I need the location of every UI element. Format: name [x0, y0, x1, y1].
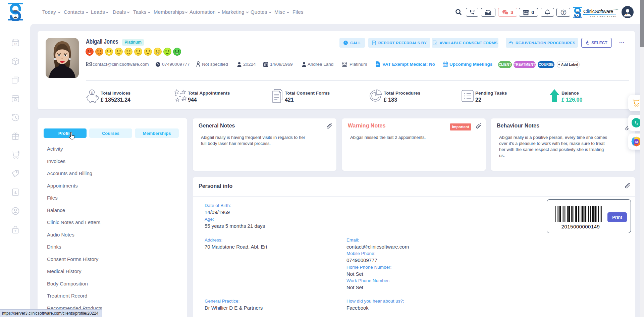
svg-text:12: 12: [14, 43, 17, 46]
svg-text:AI: AI: [635, 140, 638, 144]
svg-text:$: $: [91, 91, 93, 94]
svg-text:T: T: [14, 229, 16, 233]
svg-text:?: ?: [562, 10, 564, 14]
svg-text:12: 12: [444, 64, 447, 66]
